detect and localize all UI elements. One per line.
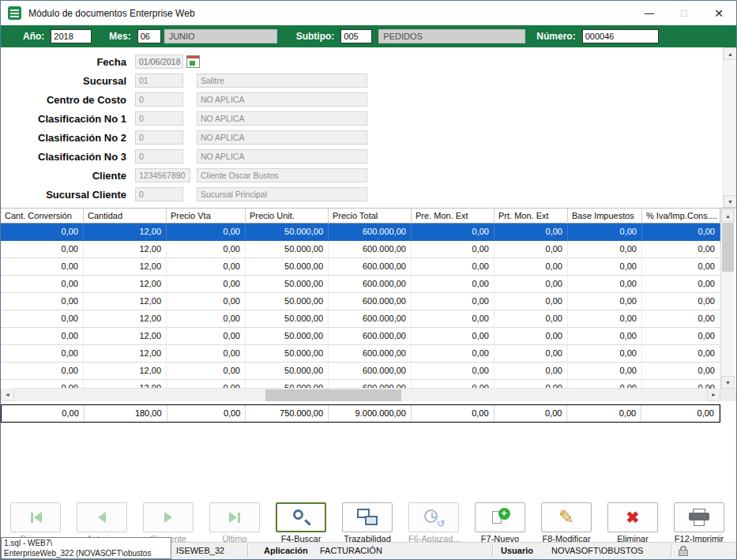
column-header-iva-imp-cons[interactable]: % Iva/Imp.Cons.... bbox=[642, 209, 720, 224]
delete-button-face[interactable]: ✖ bbox=[607, 502, 658, 532]
grid-cell: 0,00 bbox=[1, 363, 84, 380]
grid-cell: 0,00 bbox=[568, 224, 642, 241]
grid-cell: 600.000,00 bbox=[329, 224, 412, 241]
grid-cell: 50.000,00 bbox=[246, 328, 329, 345]
minimize-button[interactable]: — bbox=[632, 1, 667, 25]
search-button-face[interactable] bbox=[276, 502, 326, 532]
maximize-button[interactable]: □ bbox=[667, 1, 701, 25]
subtype-name-field: PEDIDOS bbox=[378, 29, 525, 43]
grid-row-4[interactable]: 0,0012,000,0050.000,00600.000,000,000,00… bbox=[1, 276, 720, 293]
scroll-up-icon[interactable]: ▲ bbox=[721, 209, 735, 222]
grid-cell: 0,00 bbox=[1, 293, 84, 310]
grid-cell: 0,00 bbox=[494, 310, 568, 328]
form-scrollbar[interactable]: ▲ ▼ bbox=[723, 47, 736, 208]
scroll-thumb[interactable] bbox=[265, 389, 401, 401]
grid-cell: 0,00 bbox=[642, 310, 720, 328]
last-icon bbox=[229, 512, 241, 523]
new-button-face[interactable]: + bbox=[475, 502, 525, 532]
column-header-cant-conversion[interactable]: Cant. Conversión bbox=[1, 209, 84, 224]
grid-cell: 600.000,00 bbox=[329, 276, 412, 293]
totals-cell: 0,00 bbox=[641, 405, 720, 422]
column-header-precio-vta[interactable]: Precio Vta bbox=[167, 209, 246, 224]
status-user-value: NOVASOFT\OBUSTOS bbox=[551, 546, 643, 555]
items-grid: Cant. ConversiónCantidadPrecio VtaPrecio… bbox=[1, 208, 736, 388]
form-row-clasificacion-no-2: Clasificación No 20NO APLICA bbox=[1, 128, 736, 147]
scrollbar-corner bbox=[720, 388, 736, 401]
grid-hscrollbar[interactable]: ◄ ► bbox=[1, 388, 736, 401]
app-window: Módulo de documentos Enterprise Web — □ … bbox=[0, 0, 737, 560]
column-header-precio-total[interactable]: Precio Total bbox=[329, 209, 412, 224]
totals-row: 0,00180,000,00750.000,009.000.000,000,00… bbox=[1, 404, 720, 423]
grid-cell: 0,00 bbox=[642, 328, 720, 345]
grid-row-6[interactable]: 0,0012,000,0050.000,00600.000,000,000,00… bbox=[1, 310, 720, 328]
grid-cell: 0,00 bbox=[642, 224, 720, 241]
column-header-precio-unit[interactable]: Precio Unit. bbox=[246, 209, 329, 224]
centro-de-costo-code-field: 0 bbox=[135, 92, 183, 107]
grid-cell: 0,00 bbox=[642, 345, 720, 363]
print-button-face[interactable] bbox=[674, 502, 724, 532]
grid-cell: 0,00 bbox=[167, 241, 246, 258]
scroll-down-icon[interactable]: ▼ bbox=[724, 195, 737, 208]
subtype-input[interactable] bbox=[340, 29, 372, 43]
grid-row-7[interactable]: 0,0012,000,0050.000,00600.000,000,000,00… bbox=[1, 328, 720, 345]
clasificacion-no-1-label: Clasificación No 1 bbox=[1, 113, 135, 125]
totals-cell: 180,00 bbox=[85, 405, 167, 422]
document-key-bar: Año: Mes: JUNIO Subtipo: PEDIDOS Número: bbox=[1, 25, 736, 47]
grid-cell: 600.000,00 bbox=[329, 345, 412, 363]
clasificacion-no-1-desc-field: NO APLICA bbox=[197, 111, 367, 126]
column-header-pre-mon-ext[interactable]: Pre. Mon. Ext bbox=[412, 209, 494, 224]
grid-cell: 0,00 bbox=[1, 345, 84, 363]
new-icon: + bbox=[491, 508, 510, 527]
new-button[interactable]: +F7-Nuevo bbox=[475, 502, 525, 542]
scroll-right-icon[interactable]: ► bbox=[707, 388, 720, 401]
close-button[interactable]: ✕ bbox=[701, 1, 736, 25]
clasificacion-no-2-desc-field: NO APLICA bbox=[197, 130, 367, 145]
search-button[interactable]: F4-Buscar bbox=[276, 502, 326, 542]
scroll-left-icon[interactable]: ◄ bbox=[1, 388, 14, 401]
first-icon bbox=[30, 512, 42, 523]
grid-cell: 0,00 bbox=[412, 276, 494, 293]
totals-cell: 0,00 bbox=[167, 405, 246, 422]
grid-cell: 50.000,00 bbox=[246, 258, 329, 276]
sucursal-desc-field: Salitre bbox=[197, 73, 367, 88]
grid-vscrollbar[interactable]: ▲ ▼ bbox=[720, 209, 734, 389]
column-header-prt-mon-ext[interactable]: Prt. Mon. Ext bbox=[494, 209, 568, 224]
defer-icon: ↺ bbox=[423, 509, 444, 527]
traceability-button[interactable]: Trazabilidad bbox=[342, 502, 393, 542]
grid-header-row: Cant. ConversiónCantidadPrecio VtaPrecio… bbox=[1, 209, 720, 224]
scroll-track[interactable] bbox=[14, 388, 707, 401]
grid-cell: 50.000,00 bbox=[246, 293, 329, 310]
scroll-thumb[interactable] bbox=[722, 223, 734, 272]
grid-row-3[interactable]: 0,0012,000,0050.000,00600.000,000,000,00… bbox=[1, 258, 720, 276]
grid-cell: 0,00 bbox=[642, 241, 720, 258]
modify-button-face[interactable]: ✎ bbox=[541, 502, 592, 532]
form-row-sucursal: Sucursal01Salitre bbox=[1, 71, 736, 90]
traceability-button-face[interactable] bbox=[342, 502, 393, 532]
grid-row-8[interactable]: 0,0012,000,0050.000,00600.000,000,000,00… bbox=[1, 345, 720, 363]
scroll-down-icon[interactable]: ▼ bbox=[721, 376, 735, 389]
year-input[interactable] bbox=[51, 29, 92, 43]
month-input[interactable] bbox=[137, 29, 161, 43]
modify-button[interactable]: ✎F8-Modificar bbox=[541, 502, 592, 542]
calendar-icon[interactable] bbox=[186, 55, 200, 68]
window-title: Módulo de documentos Enterprise Web bbox=[28, 8, 632, 19]
grid-row-2[interactable]: 0,0012,000,0050.000,00600.000,000,000,00… bbox=[1, 241, 720, 258]
grid-cell: 50.000,00 bbox=[246, 224, 329, 241]
prev-icon bbox=[98, 512, 106, 523]
form-row-sucursal-cliente: Sucursal Cliente0Sucursal Principal bbox=[1, 185, 736, 204]
column-header-base-impuestos[interactable]: Base Impuestos bbox=[568, 209, 642, 224]
edit-icon: ✎ bbox=[558, 508, 574, 527]
grid-row-1[interactable]: 0,0012,000,0050.000,00600.000,000,000,00… bbox=[1, 224, 720, 241]
number-input[interactable] bbox=[582, 29, 659, 43]
status-divider bbox=[247, 545, 249, 557]
grid-row-9[interactable]: 0,0012,000,0050.000,00600.000,000,000,00… bbox=[1, 363, 720, 380]
print-button[interactable]: F12-Imprimir bbox=[674, 502, 724, 542]
grid-cell: 0,00 bbox=[568, 276, 642, 293]
totals-cell: 0,00 bbox=[494, 405, 568, 422]
fecha-field: 01/06/2018 bbox=[135, 54, 183, 69]
scroll-up-icon[interactable]: ▲ bbox=[724, 47, 737, 60]
previous-button-face bbox=[77, 502, 127, 532]
delete-button[interactable]: ✖Eliminar bbox=[607, 502, 658, 542]
column-header-cantidad[interactable]: Cantidad bbox=[84, 209, 167, 224]
grid-row-5[interactable]: 0,0012,000,0050.000,00600.000,000,000,00… bbox=[1, 293, 720, 310]
